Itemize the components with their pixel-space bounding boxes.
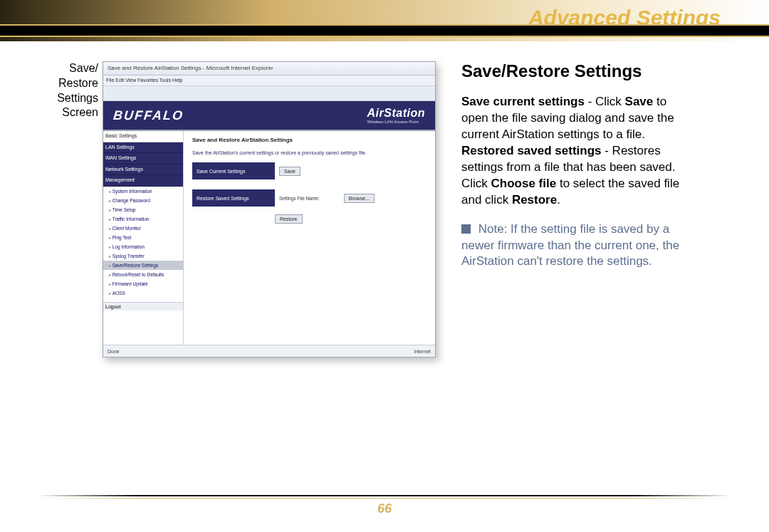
bold-text: Save: [625, 95, 654, 108]
save-button[interactable]: Save: [279, 167, 300, 176]
save-settings-row: Save Current Settings Save: [192, 162, 427, 179]
caption-line: Restore: [58, 77, 98, 89]
status-bar: Done Internet: [103, 345, 435, 357]
sidebar-item[interactable]: Client Monitor: [103, 224, 183, 233]
sidebar-group[interactable]: LAN Settings: [103, 142, 183, 154]
window-titlebar: Save and Restore AirStation Settings - M…: [103, 62, 435, 75]
sidebar-item[interactable]: Log Information: [103, 242, 183, 251]
footer-rule-inner: [37, 498, 732, 499]
sidebar-item[interactable]: Ping Test: [103, 233, 183, 242]
explanation-column: Save/Restore Settings Save current setti…: [461, 61, 688, 358]
airstation-subtitle: Wireless LAN Access Point: [367, 120, 425, 124]
sidebar-item[interactable]: Syslog Transfer: [103, 251, 183, 261]
restore-settings-row: Restore Saved Settings Settings File Nam…: [192, 189, 427, 207]
bold-text: Choose file: [491, 177, 557, 190]
sidebar-item[interactable]: AOSS: [103, 288, 183, 298]
section-heading: Save/Restore Settings: [461, 61, 688, 81]
browse-button[interactable]: Browse...: [344, 194, 375, 203]
sidebar-item[interactable]: Reboot/Reset to Defaults: [103, 270, 183, 279]
sidebar-item[interactable]: Time Setup: [103, 205, 183, 214]
bold-text: Restore: [512, 193, 557, 207]
sidebar-group[interactable]: Network Settings: [103, 165, 183, 176]
paragraph-1: Save current settings - Click Save to op…: [461, 94, 688, 209]
note-square-icon: [461, 224, 471, 234]
sidebar-item[interactable]: Change Password: [103, 196, 183, 205]
file-name-label: Settings File Name:: [279, 196, 320, 201]
page-number: 66: [0, 501, 769, 516]
status-right: Internet: [414, 349, 431, 354]
footer-rule-outer: [37, 495, 732, 496]
airstation-logo: AirStation: [367, 107, 425, 119]
brand-banner: BUFFALO AirStation Wireless LAN Access P…: [103, 101, 435, 130]
pane-title: Save and Restore AirStation Settings: [192, 137, 427, 143]
sidebar-item[interactable]: Traffic Information: [103, 214, 183, 224]
run: .: [557, 193, 560, 207]
restore-button[interactable]: Restore: [275, 214, 303, 224]
page-body: Save/ Restore Settings Screen Save and R…: [0, 41, 769, 372]
header-divider: [0, 26, 769, 36]
sidebar-item[interactable]: System Information: [103, 187, 183, 196]
screenshot-caption: Save/ Restore Settings Screen: [50, 61, 103, 358]
caption-line: Save/: [69, 62, 98, 74]
tool-bar: [103, 86, 435, 101]
sidebar-group[interactable]: Management: [103, 175, 183, 187]
status-left: Done: [108, 349, 120, 354]
note-label: Note:: [475, 222, 511, 236]
embedded-screenshot: Save and Restore AirStation Settings - M…: [103, 61, 436, 358]
note-paragraph: Note: If the setting file is saved by a …: [461, 221, 688, 271]
restore-settings-label: Restore Saved Settings: [192, 196, 275, 201]
run: - Click: [585, 95, 625, 108]
sidebar-item[interactable]: Firmware Update: [103, 279, 183, 288]
caption-line: Settings: [57, 92, 98, 104]
pane-description: Save the AirStation's current settings o…: [192, 150, 427, 155]
save-settings-label: Save Current Settings: [192, 169, 275, 174]
menu-bar: File Edit View Favorites Tools Help: [103, 75, 435, 86]
sidebar-group[interactable]: Basic Settings: [103, 131, 183, 142]
page-footer: 66: [0, 495, 769, 532]
caption-line: Screen: [62, 106, 98, 118]
screenshot-column: Save and Restore AirStation Settings - M…: [103, 61, 444, 358]
bold-text: Restored saved settings: [461, 144, 602, 157]
main-pane: Save and Restore AirStation Settings Sav…: [184, 131, 435, 345]
bold-text: Save current settings: [461, 95, 585, 108]
page-header: Advanced Settings: [0, 0, 769, 41]
buffalo-logo: BUFFALO: [113, 108, 184, 123]
sidebar-item-save-restore[interactable]: Save/Restore Settings: [103, 261, 183, 270]
sidebar: Basic Settings LAN Settings WAN Settings…: [103, 131, 184, 345]
config-area: Basic Settings LAN Settings WAN Settings…: [103, 130, 435, 345]
sidebar-logout[interactable]: Logout: [103, 302, 183, 311]
sidebar-group[interactable]: WAN Settings: [103, 153, 183, 165]
